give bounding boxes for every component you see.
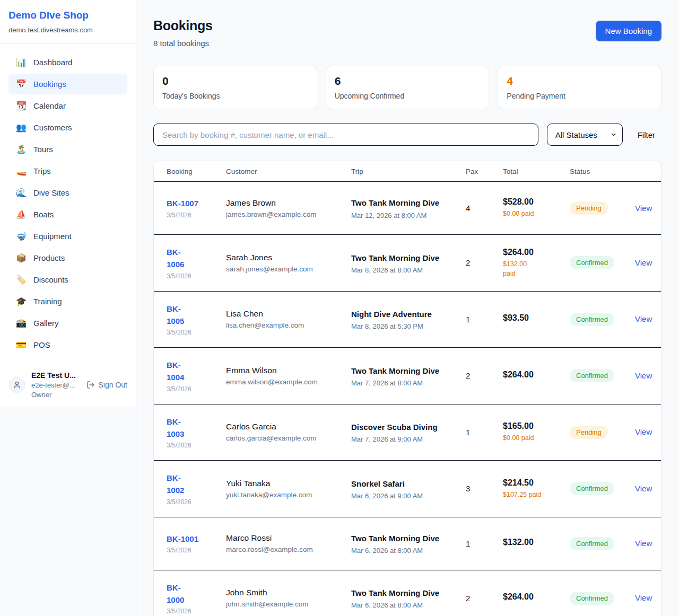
trip-datetime: Mar 6, 2026 at 8:00 AM bbox=[351, 601, 466, 609]
table-header-row: Booking Customer Trip Pax Total Status bbox=[154, 161, 661, 182]
booking-id-link[interactable]: BK-1001 bbox=[167, 533, 198, 545]
trip-datetime: Mar 7, 2026 at 9:00 AM bbox=[351, 435, 466, 443]
booking-id-link[interactable]: BK- 1000 bbox=[167, 582, 184, 606]
total-amount: $214.50 bbox=[503, 478, 570, 488]
booking-created-date: 3/5/2026 bbox=[167, 385, 226, 393]
sidebar-item-pos[interactable]: 💳 POS bbox=[8, 335, 127, 355]
booking-row: BK- 1004 3/5/2026 Emma Wilson emma.wilso… bbox=[154, 348, 661, 404]
booking-id-link[interactable]: BK-1007 bbox=[167, 197, 198, 209]
customer-email: sarah.jones@example.com bbox=[226, 265, 351, 273]
booking-created-date: 3/5/2026 bbox=[167, 212, 226, 219]
sidebar-item-customers[interactable]: 👥 Customers bbox=[8, 117, 127, 138]
sidebar-item-dashboard[interactable]: 📊 Dashboard bbox=[8, 52, 127, 73]
pax-count: 2 bbox=[466, 258, 503, 267]
training-icon: 🎓 bbox=[16, 296, 27, 306]
trip-datetime: Mar 6, 2026 at 9:00 AM bbox=[351, 492, 466, 500]
booking-row: BK- 1006 3/5/2026 Sarah Jones sarah.jone… bbox=[154, 235, 661, 292]
view-link[interactable]: View bbox=[635, 484, 652, 493]
view-link[interactable]: View bbox=[635, 371, 652, 380]
shop-domain: demo.test.divestreams.com bbox=[8, 26, 127, 34]
booking-created-date: 3/5/2026 bbox=[167, 272, 226, 280]
booking-row: BK- 1003 3/5/2026 Carlos Garcia carlos.g… bbox=[154, 404, 661, 461]
view-link[interactable]: View bbox=[635, 427, 652, 436]
page-title: Bookings bbox=[153, 18, 213, 33]
view-link[interactable]: View bbox=[635, 258, 652, 267]
paid-amount: $0.00 paid bbox=[503, 433, 570, 443]
filter-button[interactable]: Filter bbox=[631, 130, 661, 139]
sidebar-item-discounts[interactable]: 🏷️ Discounts bbox=[8, 269, 127, 290]
nav-item-label: Discounts bbox=[33, 275, 68, 284]
nav-item-label: Tours bbox=[33, 145, 53, 154]
status-badge: Pending bbox=[570, 426, 608, 439]
booking-id-link[interactable]: BK- 1006 bbox=[167, 246, 184, 271]
sign-out-button[interactable]: Sign Out bbox=[86, 381, 127, 389]
sidebar-item-gallery[interactable]: 📸 Gallery bbox=[8, 313, 127, 333]
nav-item-label: Bookings bbox=[33, 80, 66, 89]
sidebar-item-bookings[interactable]: 📅 Bookings bbox=[8, 74, 127, 94]
view-link[interactable]: View bbox=[635, 593, 652, 602]
customer-name: Emma Wilson bbox=[226, 366, 351, 375]
booking-created-date: 3/5/2026 bbox=[167, 329, 226, 336]
booking-id-link[interactable]: BK- 1002 bbox=[167, 472, 184, 497]
stat-label: Upcoming Confirmed bbox=[335, 92, 481, 100]
nav-item-label: Dashboard bbox=[33, 58, 72, 67]
new-booking-button[interactable]: New Booking bbox=[596, 21, 661, 41]
sidebar-item-boats[interactable]: ⛵ Boats bbox=[8, 204, 127, 225]
total-amount: $264.00 bbox=[503, 592, 570, 602]
sidebar-item-training[interactable]: 🎓 Training bbox=[8, 291, 127, 312]
sidebar: Demo Dive Shop demo.test.divestreams.com… bbox=[0, 0, 136, 616]
column-header: Pax bbox=[466, 168, 503, 175]
stat-card-todays-bookings: 0 Today's Bookings bbox=[153, 66, 317, 109]
sidebar-item-dive-sites[interactable]: 🌊 Dive Sites bbox=[8, 182, 127, 203]
pax-count: 1 bbox=[466, 428, 503, 437]
sidebar-item-equipment[interactable]: 🤿 Equipment bbox=[8, 226, 127, 247]
booking-created-date: 3/5/2026 bbox=[167, 442, 226, 449]
user-meta: E2E Test U... e2e-tester@... Owner bbox=[31, 371, 81, 399]
sidebar-item-tours[interactable]: 🏝️ Tours bbox=[8, 139, 127, 160]
sidebar-item-trips[interactable]: 🚤 Trips bbox=[8, 161, 127, 181]
bookings-icon: 📅 bbox=[16, 79, 27, 89]
shop-name: Demo Dive Shop bbox=[8, 10, 127, 21]
trip-datetime: Mar 7, 2026 at 8:00 AM bbox=[351, 379, 466, 387]
booking-id-link[interactable]: BK- 1004 bbox=[167, 359, 184, 384]
customer-email: lisa.chen@example.com bbox=[226, 321, 351, 329]
equipment-icon: 🤿 bbox=[16, 231, 27, 241]
customers-icon: 👥 bbox=[16, 122, 27, 133]
discounts-icon: 🏷️ bbox=[16, 275, 27, 285]
customer-name: Sarah Jones bbox=[226, 253, 351, 262]
trip-name: Two Tank Morning Dive bbox=[351, 252, 455, 264]
tours-icon: 🏝️ bbox=[16, 144, 27, 154]
paid-amount: $107.25 paid bbox=[503, 490, 570, 499]
sidebar-item-products[interactable]: 📦 Products bbox=[8, 248, 127, 268]
stat-value: 0 bbox=[162, 75, 308, 87]
column-header: Customer bbox=[226, 168, 351, 175]
status-badge: Confirmed bbox=[570, 313, 614, 326]
stats-row: 0 Today's Bookings 6 Upcoming Confirmed … bbox=[153, 66, 661, 109]
nav-item-label: POS bbox=[33, 340, 50, 349]
boats-icon: ⛵ bbox=[16, 209, 27, 219]
pax-count: 4 bbox=[466, 204, 503, 213]
dive-sites-icon: 🌊 bbox=[16, 188, 27, 198]
customer-email: yuki.tanaka@example.com bbox=[226, 491, 351, 499]
stat-value: 6 bbox=[335, 75, 481, 87]
trip-name: Snorkel Safari bbox=[351, 478, 455, 490]
nav-item-label: Boats bbox=[33, 210, 54, 219]
status-filter-select[interactable]: All Statuses bbox=[547, 124, 623, 146]
stat-value: 4 bbox=[507, 75, 652, 87]
booking-id-link[interactable]: BK- 1003 bbox=[167, 416, 184, 441]
customer-email: marco.rossi@example.com bbox=[226, 545, 351, 553]
booking-id-link[interactable]: BK- 1005 bbox=[167, 303, 184, 328]
sidebar-item-calendar[interactable]: 📆 Calendar bbox=[8, 95, 127, 116]
view-link[interactable]: View bbox=[635, 314, 652, 323]
booking-created-date: 3/5/2026 bbox=[167, 547, 226, 554]
nav-item-label: Gallery bbox=[33, 319, 59, 328]
view-link[interactable]: View bbox=[635, 204, 652, 213]
column-header: Total bbox=[503, 168, 570, 175]
user-role: Owner bbox=[31, 391, 81, 399]
filter-controls: All Statuses Filter bbox=[153, 124, 661, 146]
view-link[interactable]: View bbox=[635, 539, 652, 548]
stat-card-upcoming-confirmed: 6 Upcoming Confirmed bbox=[326, 66, 490, 109]
booking-row: BK- 1000 3/5/2026 John Smith john.smith@… bbox=[154, 570, 661, 616]
search-input[interactable] bbox=[153, 124, 538, 146]
paid-amount: $0.00 paid bbox=[503, 209, 570, 218]
